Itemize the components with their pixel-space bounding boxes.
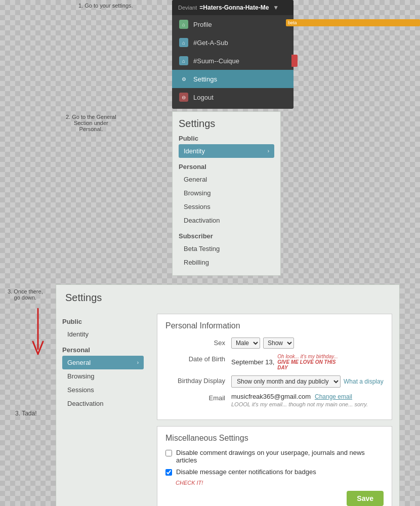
birthday-display-select[interactable]: Show only month and day publicly <box>231 375 341 388</box>
email-note: LOOOL it's my email... though not my mai… <box>231 401 368 407</box>
dob-annotation1: Oh look... it's my birthday... <box>277 354 338 359</box>
profile-label: Profile <box>193 21 212 28</box>
identity-label-top: Identity <box>184 147 205 155</box>
nav-item-identity-main[interactable]: Identity <box>62 327 144 341</box>
suum-cuique-label: #Suum--Cuique <box>193 57 239 65</box>
dropdown-arrow-icon: ▼ <box>273 4 279 11</box>
down-arrow-icon <box>25 304 51 364</box>
sex-label: Sex <box>165 338 231 347</box>
browsing-label-main: Browsing <box>67 372 94 380</box>
general-chevron-icon: › <box>137 360 139 365</box>
birthday-display-row: Birthday Display Show only month and day… <box>165 375 384 388</box>
profile-icon: ⌂ <box>179 20 188 29</box>
dob-value: September 13, Oh look... it's my birthda… <box>231 354 384 370</box>
suum-cuique-icon: ⌂ <box>179 56 188 65</box>
logout-icon: ⊖ <box>179 93 188 102</box>
main-sidebar: Public Identity Personal General › Brows… <box>56 309 150 506</box>
dropdown-menu: Deviant =Haters-Gonna-Hate-Me ▼ ⌂ Profil… <box>172 0 293 109</box>
nav-item-deactivation-top[interactable]: Deactivation <box>179 214 274 227</box>
dob-annotation: Oh look... it's my birthday... GIVE ME L… <box>277 354 343 370</box>
nav-item-general-main[interactable]: General › <box>62 356 144 369</box>
general-label-top: General <box>184 176 207 183</box>
public-header-main: Public <box>62 318 144 325</box>
nav-item-general-top[interactable]: General <box>179 173 274 186</box>
dropdown-item-suum-cuique[interactable]: ⌂ #Suum--Cuique <box>172 52 293 70</box>
dropdown-item-get-a-sub[interactable]: ⌂ #Get-A-Sub <box>172 33 293 52</box>
subscriber-header-top: Subscriber <box>179 232 274 240</box>
settings-panel-top: Settings Public Identity › Personal Gene… <box>172 111 281 276</box>
sex-value: Male Show <box>231 338 384 349</box>
email-label: Email <box>165 393 231 402</box>
nav-item-browsing-top[interactable]: Browsing <box>179 186 274 200</box>
email-row: Email musicfreak365@gmail.com Change ema… <box>165 393 384 407</box>
public-header-top: Public <box>179 135 274 142</box>
dropdown-item-logout[interactable]: ⊖ Logout <box>172 88 293 106</box>
save-btn-row: Save <box>165 491 384 506</box>
personal-header-main: Personal <box>62 346 144 354</box>
sex-select[interactable]: Male <box>231 338 260 349</box>
nav-item-browsing-main[interactable]: Browsing <box>62 369 144 383</box>
sex-row: Sex Male Show <box>165 338 384 349</box>
deactivation-label-main: Deactivation <box>67 400 104 407</box>
misc-title: Miscellaneous Settings <box>165 434 384 443</box>
dob-row: Date of Birth September 13, Oh look... i… <box>165 354 384 370</box>
misc-settings-box: Miscellaneous Settings Disable comment d… <box>157 426 392 506</box>
step3-annotation: 3. Once there, go down. <box>8 288 43 301</box>
general-label-main: General <box>67 359 91 366</box>
dropdown-item-profile[interactable]: ⌂ Profile <box>172 15 293 33</box>
get-a-sub-label: #Get-A-Sub <box>193 39 228 47</box>
nav-item-beta-testing[interactable]: Beta Testing <box>179 242 274 256</box>
nav-item-identity-top[interactable]: Identity › <box>179 144 274 158</box>
birthday-display-value: Show only month and day publicly What a … <box>231 375 384 388</box>
main-layout: Public Identity Personal General › Brows… <box>56 309 399 506</box>
option2-label: Disable message center notifications for… <box>176 468 316 476</box>
email-address: musicfreak365@gmail.com <box>231 393 311 400</box>
email-value-stack: musicfreak365@gmail.com Change email LOO… <box>231 393 368 407</box>
deviant-label: Deviant <box>178 5 197 11</box>
dob-label: Date of Birth <box>165 354 231 363</box>
email-line1: musicfreak365@gmail.com Change email <box>231 393 368 400</box>
dob-text: September 13, <box>231 358 274 366</box>
what-display-link[interactable]: What a display <box>344 378 384 385</box>
username-label: =Haters-Gonna-Hate-Me <box>199 4 269 11</box>
browsing-label-top: Browsing <box>184 189 211 197</box>
sessions-label-main: Sessions <box>67 386 94 394</box>
dob-annotation2: GIVE ME LOVE ON THIS DAY <box>277 359 335 370</box>
logout-label: Logout <box>193 94 214 101</box>
save-button[interactable]: Save <box>347 491 384 506</box>
nav-item-sessions-main[interactable]: Sessions <box>62 383 144 397</box>
personal-header-top: Personal <box>179 163 274 171</box>
nav-item-deactivation-main[interactable]: Deactivation <box>62 397 144 410</box>
birthday-display-label: Birthday Display <box>165 375 231 385</box>
dropdown-header: Deviant =Haters-Gonna-Hate-Me ▼ <box>172 0 293 15</box>
option1-label: Disable comment drawings on your userpag… <box>176 449 384 464</box>
deactivation-label-top: Deactivation <box>184 217 220 224</box>
settings-label: Settings <box>193 75 217 83</box>
checkbox-row-1: Disable comment drawings on your userpag… <box>165 449 384 464</box>
option2-checkbox[interactable] <box>165 469 172 476</box>
personal-info-box: Personal Information Sex Male Show <box>157 314 392 420</box>
personal-info-title: Personal Information <box>165 321 384 330</box>
beta-badge: beta <box>286 19 420 26</box>
tada-annotation: 3. Tada! <box>15 410 36 417</box>
identity-chevron-icon: › <box>268 148 269 154</box>
change-email-link[interactable]: Change email <box>315 393 352 400</box>
main-content: Personal Information Sex Male Show <box>150 309 399 506</box>
nav-item-sessions-top[interactable]: Sessions <box>179 200 274 214</box>
step2-annotation: 2. Go to the General Section under Perso… <box>66 114 116 132</box>
check-it-note: CHECK IT! <box>176 480 384 486</box>
rebilling-label: Rebilling <box>184 259 209 266</box>
sessions-label-top: Sessions <box>184 203 211 210</box>
checkbox-row-2: Disable message center notifications for… <box>165 468 384 476</box>
identity-label-main: Identity <box>67 330 89 338</box>
get-a-sub-icon: ⌂ <box>179 38 188 47</box>
nav-item-rebilling[interactable]: Rebilling <box>179 256 274 269</box>
settings-title-top: Settings <box>179 118 274 130</box>
option1-checkbox[interactable] <box>165 450 172 456</box>
dropdown-item-settings[interactable]: ⚙ Settings <box>172 70 293 88</box>
beta-testing-label: Beta Testing <box>184 245 220 252</box>
step1-annotation: 1. Go to your settings. <box>78 3 133 9</box>
sex-show-select[interactable]: Show <box>263 338 294 349</box>
settings-icon: ⚙ <box>179 74 188 83</box>
badge-icon <box>291 55 298 67</box>
